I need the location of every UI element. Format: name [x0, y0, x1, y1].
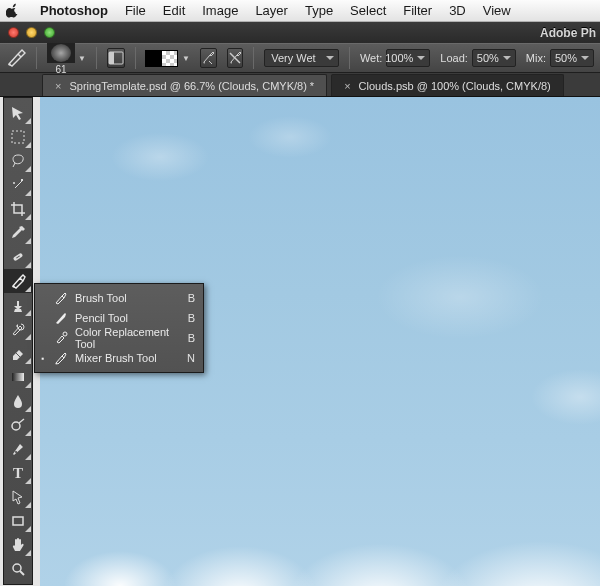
rectangle-tool[interactable]: [4, 509, 32, 533]
eraser-tool[interactable]: [4, 341, 32, 365]
color-replacement-icon: [53, 330, 69, 346]
menu-select[interactable]: Select: [350, 3, 386, 18]
svg-line-9: [19, 419, 24, 423]
zoom-tool[interactable]: [4, 557, 32, 581]
menu-3d[interactable]: 3D: [449, 3, 466, 18]
brush-icon: [53, 290, 69, 306]
dodge-tool[interactable]: [4, 413, 32, 437]
color-swatches[interactable]: [146, 50, 178, 67]
flyout-item-mixer-brush[interactable]: ▪ Mixer Brush Tool N: [35, 348, 203, 368]
window-close-button[interactable]: [8, 27, 19, 38]
pencil-icon: [53, 310, 69, 326]
svg-point-8: [12, 422, 20, 430]
magic-wand-tool[interactable]: [4, 173, 32, 197]
brush-tool[interactable]: [4, 269, 32, 293]
svg-line-12: [20, 571, 24, 575]
menu-filter[interactable]: Filter: [403, 3, 432, 18]
flyout-label: Mixer Brush Tool: [75, 352, 181, 364]
healing-brush-tool[interactable]: [4, 245, 32, 269]
flyout-label: Pencil Tool: [75, 312, 182, 324]
menu-image[interactable]: Image: [202, 3, 238, 18]
path-selection-tool[interactable]: [4, 485, 32, 509]
svg-rect-10: [13, 517, 23, 525]
window-minimize-button[interactable]: [26, 27, 37, 38]
clean-brush-button[interactable]: [227, 48, 244, 68]
type-tool[interactable]: T: [4, 461, 32, 485]
chevron-down-icon: ▼: [182, 54, 190, 63]
lasso-tool[interactable]: [4, 149, 32, 173]
mix-label: Mix:: [526, 52, 546, 64]
flyout-item-pencil[interactable]: Pencil Tool B: [35, 308, 203, 328]
brush-panel-toggle[interactable]: [107, 48, 125, 68]
close-icon[interactable]: ×: [344, 80, 350, 92]
wet-label: Wet:: [360, 52, 382, 64]
marquee-tool[interactable]: [4, 125, 32, 149]
wet-preset-dropdown[interactable]: Very Wet: [264, 49, 339, 67]
divider: [135, 47, 136, 69]
move-tool[interactable]: [4, 101, 32, 125]
svg-point-11: [13, 564, 21, 572]
svg-rect-7: [12, 373, 24, 381]
current-tool-icon[interactable]: [6, 47, 26, 69]
blur-tool[interactable]: [4, 389, 32, 413]
window-titlebar: Adobe Ph: [0, 22, 600, 43]
toolbox: T: [3, 97, 33, 585]
svg-rect-3: [12, 131, 24, 143]
divider: [349, 47, 350, 69]
document-tab-bar: × SpringTemplate.psd @ 66.7% (Clouds, CM…: [0, 73, 600, 97]
hand-tool[interactable]: [4, 533, 32, 557]
document-tab[interactable]: × SpringTemplate.psd @ 66.7% (Clouds, CM…: [42, 74, 327, 96]
svg-point-13: [63, 332, 67, 336]
brush-size-value: 61: [55, 64, 66, 75]
gradient-tool[interactable]: [4, 365, 32, 389]
menu-view[interactable]: View: [483, 3, 511, 18]
chevron-down-icon: ▼: [78, 54, 86, 63]
mac-menubar: Photoshop File Edit Image Layer Type Sel…: [0, 0, 600, 22]
brush-preset-picker[interactable]: 61 ▼: [47, 43, 86, 74]
wet-value-dropdown[interactable]: 100%: [386, 49, 430, 67]
tab-label: SpringTemplate.psd @ 66.7% (Clouds, CMYK…: [69, 80, 314, 92]
flyout-item-color-replacement[interactable]: Color Replacement Tool B: [35, 328, 203, 348]
window-zoom-button[interactable]: [44, 27, 55, 38]
document-tab[interactable]: × Clouds.psb @ 100% (Clouds, CMYK/8): [331, 74, 564, 96]
flyout-shortcut: N: [187, 352, 195, 364]
brush-tool-flyout: Brush Tool B Pencil Tool B Color Replace…: [34, 283, 204, 373]
divider: [253, 47, 254, 69]
svg-rect-1: [109, 52, 114, 64]
flyout-label: Brush Tool: [75, 292, 182, 304]
close-icon[interactable]: ×: [55, 80, 61, 92]
workspace: T Brush Tool B Pencil Tool B Color Repla…: [0, 97, 600, 586]
mix-value-dropdown[interactable]: 50%: [550, 49, 594, 67]
menu-photoshop[interactable]: Photoshop: [40, 3, 108, 18]
load-brush-button[interactable]: [200, 48, 217, 68]
flyout-shortcut: B: [188, 292, 195, 304]
flyout-shortcut: B: [188, 312, 195, 324]
menu-file[interactable]: File: [125, 3, 146, 18]
menu-type[interactable]: Type: [305, 3, 333, 18]
load-value-dropdown[interactable]: 50%: [472, 49, 516, 67]
current-indicator: ▪: [39, 354, 47, 363]
menu-edit[interactable]: Edit: [163, 3, 185, 18]
options-bar: 61 ▼ ▼ Very Wet Wet: 100% Load: 50% Mix:…: [0, 43, 600, 73]
eyedropper-tool[interactable]: [4, 221, 32, 245]
window-title: Adobe Ph: [62, 26, 600, 40]
divider: [96, 47, 97, 69]
history-brush-tool[interactable]: [4, 317, 32, 341]
clone-stamp-tool[interactable]: [4, 293, 32, 317]
divider: [36, 47, 37, 69]
mixer-brush-icon: [53, 350, 69, 366]
apple-menu-icon[interactable]: [6, 3, 19, 18]
crop-tool[interactable]: [4, 197, 32, 221]
flyout-item-brush[interactable]: Brush Tool B: [35, 288, 203, 308]
load-label: Load:: [440, 52, 468, 64]
menu-layer[interactable]: Layer: [255, 3, 288, 18]
tab-label: Clouds.psb @ 100% (Clouds, CMYK/8): [359, 80, 551, 92]
pen-tool[interactable]: [4, 437, 32, 461]
flyout-label: Color Replacement Tool: [75, 326, 182, 350]
flyout-shortcut: B: [188, 332, 195, 344]
